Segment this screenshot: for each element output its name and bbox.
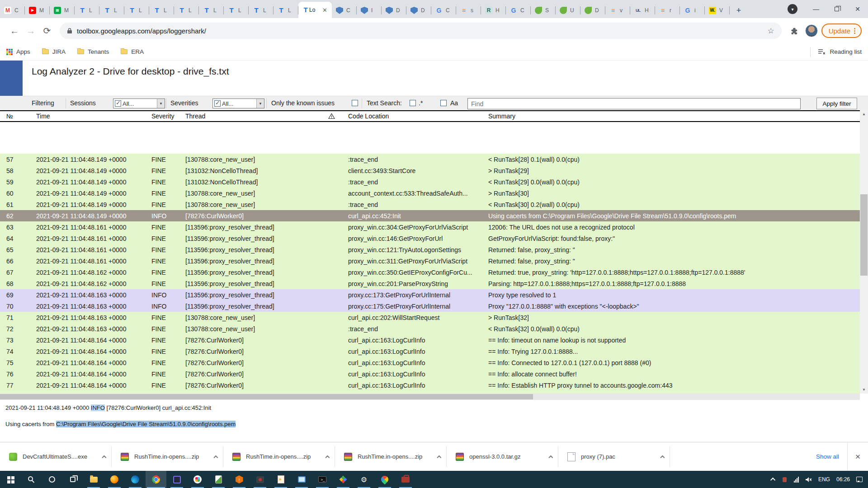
tab-meet[interactable]: ▦ M (50, 3, 75, 18)
new-tab-button[interactable]: + (732, 4, 745, 17)
download-devcraft-exe[interactable]: DevCraftUltimateS....exe (5, 446, 112, 467)
file-explorer-icon[interactable] (83, 471, 104, 488)
tab-toolbox-log[interactable]: T L (174, 3, 199, 18)
scrollbar-thumb[interactable] (0, 394, 533, 399)
table-row[interactable]: 73 2021-09-21 11:04:48.164 +0000 FINE [7… (0, 334, 860, 346)
tab-stackoverflow[interactable]: ≡ s (456, 3, 481, 18)
toolbox-app-icon[interactable] (395, 471, 416, 488)
table-row[interactable]: 58 2021-09-21 11:04:48.149 +0000 FINE [1… (0, 165, 860, 176)
tab-search-button[interactable]: ▾ (788, 4, 797, 14)
tab-toolbox-log[interactable]: T L (149, 3, 174, 18)
tab-stackoverflow[interactable]: ≡ v (605, 3, 630, 18)
tab-spring[interactable]: S (531, 3, 556, 18)
firefox-icon[interactable] (104, 471, 125, 488)
paint-app-icon[interactable] (374, 471, 395, 488)
update-button[interactable]: Update (821, 23, 862, 38)
column-header-severity[interactable]: Severity (151, 113, 185, 120)
scrollbar-thumb[interactable] (860, 194, 868, 276)
close-button[interactable]: ✕ (847, 0, 868, 18)
tab-shield[interactable]: C (332, 3, 357, 18)
search-button[interactable] (21, 471, 42, 488)
column-header-thread[interactable]: Thread (185, 113, 328, 120)
tab-w[interactable]: W. V (705, 3, 730, 18)
tab-google[interactable]: G C (431, 3, 456, 18)
column-header-warning[interactable] (328, 113, 348, 119)
table-row[interactable]: 74 2021-09-21 11:04:48.164 +0000 FINE [7… (0, 346, 860, 357)
table-row[interactable]: 66 2021-09-21 11:04:48.161 +0000 FINE [1… (0, 255, 860, 267)
table-row[interactable]: 59 2021-09-21 11:04:48.149 +0000 FINE [1… (0, 176, 860, 188)
tab-toolbox-log[interactable]: T L (124, 3, 149, 18)
close-downloads-icon[interactable]: ✕ (847, 442, 868, 471)
address-bar[interactable]: toolbox.googleapps.com/apps/loggershark/… (60, 23, 782, 39)
browser-menu-icon[interactable] (854, 28, 855, 34)
table-row[interactable]: 67 2021-09-21 11:04:48.162 +0000 FINE [1… (0, 267, 860, 278)
match-case-checkbox[interactable] (440, 100, 447, 106)
action-center-icon[interactable] (856, 477, 863, 482)
upload-app-icon[interactable]: ↑ (229, 471, 250, 488)
minimize-button[interactable]: — (806, 0, 826, 18)
reading-list-button[interactable]: Reading list (810, 47, 862, 57)
tray-app-icon[interactable] (782, 477, 788, 483)
download-openssl-targz[interactable]: openssl-3.0.0.tar.gz (451, 446, 558, 467)
table-row[interactable]: 75 2021-09-21 11:04:48.164 +0000 FINE [7… (0, 357, 860, 368)
cortana-button[interactable] (42, 471, 62, 488)
task-view-button[interactable] (62, 471, 83, 488)
language-indicator[interactable]: ENG (818, 476, 830, 483)
table-row[interactable]: 64 2021-09-21 11:04:48.161 +0000 FINE [1… (0, 233, 860, 244)
show-all-button[interactable]: Show all (808, 449, 847, 465)
profile-avatar[interactable] (805, 24, 818, 37)
table-row[interactable]: 71 2021-09-21 11:04:48.163 +0000 FINE [1… (0, 312, 860, 323)
regex-checkbox[interactable] (410, 100, 416, 106)
chevron-down-icon[interactable]: ▼ (157, 99, 165, 108)
chevron-down-icon[interactable]: ▼ (256, 99, 264, 108)
table-row[interactable]: 61 2021-09-21 11:04:48.149 +0000 FINE [1… (0, 199, 860, 210)
bookmark-folder-era[interactable]: ERA (121, 48, 144, 55)
tab-spring[interactable]: U (556, 3, 580, 18)
diamond-app-icon[interactable] (333, 471, 354, 488)
tab-close-icon[interactable]: ✕ (321, 7, 328, 14)
hidden-icons-chevron[interactable] (770, 478, 775, 483)
chrome-icon[interactable] (146, 471, 166, 488)
download-rushtime-zip[interactable]: RushTime.in-opens....zip (340, 446, 447, 467)
table-row[interactable]: 69 2021-09-21 11:04:48.163 +0000 INFO [1… (0, 289, 860, 300)
settings-icon[interactable]: ⚙ (354, 471, 374, 488)
volume-icon[interactable] (805, 477, 812, 483)
vertical-scrollbar[interactable]: ▲ ▼ (860, 110, 868, 394)
back-button[interactable]: ← (6, 23, 23, 39)
table-row[interactable]: 68 2021-09-21 11:04:48.162 +0000 FINE [1… (0, 278, 860, 289)
clock[interactable]: 06:26 (836, 476, 850, 483)
tab-shield[interactable]: D (382, 3, 406, 18)
ide-app-icon[interactable] (166, 471, 187, 488)
tab-google[interactable]: G i (680, 3, 705, 18)
tab-toolbox-log[interactable]: T L (75, 3, 99, 18)
slack-icon[interactable] (187, 471, 208, 488)
tab-toolbox-log[interactable]: T L (224, 3, 249, 18)
table-row[interactable]: 65 2021-09-21 11:04:48.161 +0000 FINE [1… (0, 244, 860, 255)
table-row[interactable]: 63 2021-09-21 11:04:48.161 +0000 FINE [1… (0, 221, 860, 233)
search-input[interactable] (467, 98, 801, 109)
bookmark-folder-tenants[interactable]: Tenants (77, 48, 109, 55)
bookmark-star-icon[interactable]: ☆ (765, 26, 776, 36)
severities-all-checkbox[interactable] (214, 100, 221, 107)
camera-app-icon[interactable] (250, 471, 270, 488)
download-proxy-pac[interactable]: proxy (7).pac (563, 446, 670, 467)
tab-ul[interactable]: UL H (630, 3, 655, 18)
lock-icon[interactable] (67, 28, 72, 34)
tab-google[interactable]: G C (506, 3, 531, 18)
tab-toolbox-log[interactable]: T L (199, 3, 224, 18)
network-icon[interactable] (794, 477, 799, 483)
download-rushtime-zip[interactable]: RushTime.in-opens....zip (116, 446, 223, 467)
forward-button[interactable]: → (23, 23, 39, 39)
log-detail-pane[interactable]: 2021-09-21 11:04:48.149 +0000 INFO [7827… (0, 400, 868, 442)
table-row[interactable]: 62 2021-09-21 11:04:48.149 +0000 INFO [7… (0, 210, 860, 221)
window-app-icon[interactable] (291, 471, 312, 488)
tab-toolbox-log[interactable]: T L (274, 3, 298, 18)
table-row[interactable]: 57 2021-09-21 11:04:48.149 +0000 FINE [1… (0, 154, 860, 165)
transfer-app-icon[interactable] (270, 471, 291, 488)
terminal-icon[interactable]: >_ (312, 471, 333, 488)
tab-r[interactable]: R H (481, 3, 506, 18)
column-header-time[interactable]: Time (36, 113, 151, 120)
table-row[interactable]: 77 2021-09-21 11:04:48.164 +0000 FINE [7… (0, 380, 860, 391)
apply-filter-button[interactable]: Apply filter (816, 98, 857, 109)
column-header-code-location[interactable]: Code Location (348, 113, 488, 120)
